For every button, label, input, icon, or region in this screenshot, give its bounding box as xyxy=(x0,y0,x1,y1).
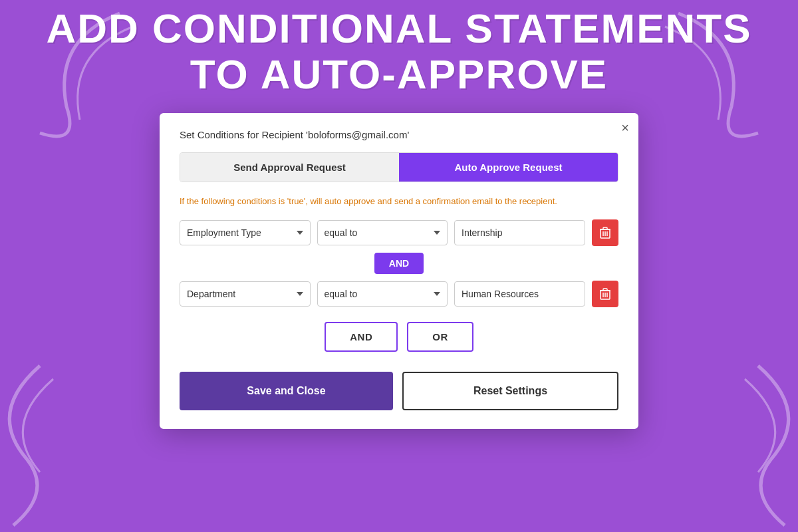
footer-row: Save and Close Reset Settings xyxy=(180,372,618,410)
add-and-button[interactable]: AND xyxy=(325,322,398,352)
condition-row-2: Department Employment Type equal to not … xyxy=(180,281,618,307)
tab-row: Send Approval Request Auto Approve Reque… xyxy=(180,152,618,182)
page-title: ADD CONDITIONAL STATEMENTS TO AUTO-APPRO… xyxy=(46,6,751,96)
modal: × Set Conditions for Recipient 'boloform… xyxy=(160,113,638,429)
modal-overlay: × Set Conditions for Recipient 'boloform… xyxy=(0,103,798,532)
reset-settings-button[interactable]: Reset Settings xyxy=(402,372,618,410)
condition-2-field-select[interactable]: Department Employment Type xyxy=(180,281,311,307)
trash-icon-2 xyxy=(600,288,610,300)
condition-notice: If the following conditions is 'true', w… xyxy=(180,196,618,207)
condition-row-1: Employment Type Department equal to not … xyxy=(180,219,618,246)
condition-2-operator-select[interactable]: equal to not equal to xyxy=(317,281,448,307)
and-badge-button[interactable]: AND xyxy=(374,253,424,274)
svg-rect-5 xyxy=(603,227,607,229)
condition-2-delete-button[interactable] xyxy=(592,281,618,307)
tab-auto-approve[interactable]: Auto Approve Request xyxy=(399,153,618,182)
condition-1-field-select[interactable]: Employment Type Department xyxy=(180,220,311,245)
save-and-close-button[interactable]: Save and Close xyxy=(180,372,393,410)
svg-rect-11 xyxy=(603,289,607,291)
condition-1-delete-button[interactable] xyxy=(592,219,618,246)
add-condition-row: AND OR xyxy=(180,322,618,352)
and-connector: AND xyxy=(180,253,618,274)
modal-header-text: Set Conditions for Recipient 'boloforms@… xyxy=(180,129,618,140)
modal-close-button[interactable]: × xyxy=(621,121,629,134)
trash-icon xyxy=(600,227,610,239)
condition-1-value-input[interactable] xyxy=(454,220,585,245)
page-title-area: ADD CONDITIONAL STATEMENTS TO AUTO-APPRO… xyxy=(0,0,798,103)
tab-send-approval[interactable]: Send Approval Request xyxy=(180,153,399,182)
condition-1-operator-select[interactable]: equal to not equal to xyxy=(317,220,448,245)
add-or-button[interactable]: OR xyxy=(407,322,473,352)
condition-2-value-input[interactable] xyxy=(454,281,585,307)
